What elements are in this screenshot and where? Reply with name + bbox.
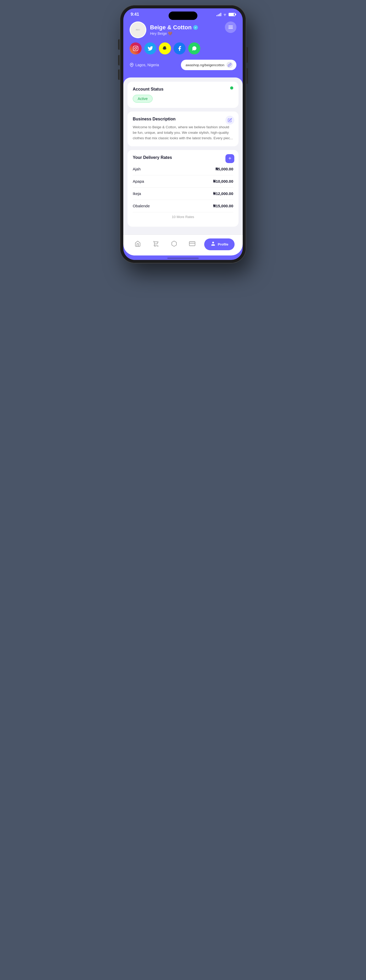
status-icons — [216, 13, 236, 16]
snapchat-icon[interactable] — [159, 42, 171, 54]
rate-price-ajah: ₦5,000.00 — [215, 167, 233, 172]
nav-home[interactable] — [131, 239, 144, 250]
business-desc-text: Welcome to Beige & Cotton, where we beli… — [133, 125, 233, 141]
rate-row: Apapa ₦10,000.00 — [133, 175, 233, 188]
orders-icon — [153, 240, 159, 248]
rate-location-ajah: Ajah — [133, 167, 141, 171]
rate-location-apapa: Apapa — [133, 179, 144, 183]
settings-icon — [228, 25, 233, 30]
nav-orders[interactable] — [150, 239, 162, 250]
rate-price-apapa: ₦10,000.00 — [213, 179, 233, 184]
svg-point-4 — [155, 246, 155, 246]
rate-price-obalende: ₦15,000.00 — [213, 204, 233, 208]
add-rate-button[interactable]: + — [225, 154, 234, 163]
business-desc-title: Business Description — [133, 117, 233, 121]
svg-rect-0 — [133, 46, 138, 51]
bottom-nav: Profile — [123, 234, 243, 256]
whatsapp-icon[interactable] — [188, 42, 200, 54]
header-section: B&C Beige & Cotton ✓ Hey Beige 🤎 — [123, 19, 243, 78]
active-badge: Active — [133, 95, 153, 103]
location: Lagos, Nigeria — [130, 63, 159, 67]
avatar: B&C — [130, 21, 146, 38]
rate-location-ikeja: Ikeja — [133, 191, 141, 196]
signal-icon — [216, 13, 221, 16]
location-icon — [130, 63, 134, 67]
avatar-image: B&C — [130, 22, 146, 37]
svg-point-8 — [212, 242, 214, 244]
dynamic-island — [169, 11, 197, 20]
wallet-icon — [189, 240, 195, 248]
profile-nav-icon — [210, 241, 216, 248]
rate-price-ikeja: ₦12,000.00 — [213, 191, 233, 196]
store-url: awashop.ng/beigencotton — [186, 63, 224, 67]
edit-description-button[interactable] — [225, 116, 234, 125]
svg-point-1 — [135, 48, 137, 49]
profile-info: B&C Beige & Cotton ✓ Hey Beige 🤎 — [130, 21, 198, 38]
delivery-rates-title: Your Delivery Rates — [133, 155, 233, 160]
account-status-card: Account Status Active — [127, 82, 239, 108]
battery-icon — [229, 13, 236, 16]
rate-row: Ajah ₦5,000.00 — [133, 163, 233, 175]
store-link[interactable]: awashop.ng/beigencotton — [181, 60, 236, 70]
header-bottom: Lagos, Nigeria awashop.ng/beigencotton — [130, 60, 236, 70]
twitter-icon[interactable] — [144, 42, 156, 54]
settings-button[interactable] — [225, 21, 236, 33]
nav-profile[interactable]: Profile — [204, 239, 235, 250]
link-icon — [226, 62, 233, 68]
rate-row: Obalende ₦15,000.00 — [133, 200, 233, 212]
verified-badge: ✓ — [193, 25, 198, 30]
svg-point-3 — [131, 64, 132, 65]
delivery-rates-card: + Your Delivery Rates Ajah ₦5,000.00 Apa… — [127, 150, 239, 227]
store-name: Beige & Cotton ✓ — [150, 24, 198, 31]
location-text: Lagos, Nigeria — [135, 63, 159, 67]
phone-screen: 9:41 — [123, 8, 243, 260]
svg-point-5 — [158, 246, 158, 246]
profile-text: Beige & Cotton ✓ Hey Beige 🤎 — [150, 24, 198, 36]
status-dot — [230, 86, 233, 89]
products-icon — [171, 240, 177, 248]
header-top: B&C Beige & Cotton ✓ Hey Beige 🤎 — [130, 21, 236, 38]
instagram-icon[interactable] — [130, 42, 142, 54]
wifi-icon — [223, 13, 227, 16]
more-rates-text: 10 More Rates — [133, 212, 233, 221]
greeting: Hey Beige 🤎 — [150, 32, 198, 36]
home-icon — [135, 240, 141, 248]
account-status-title: Account Status — [133, 87, 233, 92]
nav-products[interactable] — [168, 239, 180, 250]
status-time: 9:41 — [130, 12, 139, 17]
social-row — [130, 42, 236, 54]
content-area: Account Status Active Business Descripti… — [123, 78, 243, 234]
nav-wallet[interactable] — [186, 239, 199, 250]
svg-point-2 — [137, 47, 137, 48]
profile-nav-label: Profile — [218, 242, 228, 246]
home-indicator — [167, 258, 199, 259]
rate-row: Ikeja ₦12,000.00 — [133, 188, 233, 200]
rate-location-obalende: Obalende — [133, 204, 150, 208]
business-description-card: Business Description Welcome to Beige & … — [127, 111, 239, 146]
phone-device: 9:41 — [120, 5, 246, 263]
svg-rect-6 — [189, 242, 195, 246]
facebook-icon[interactable] — [173, 42, 186, 54]
